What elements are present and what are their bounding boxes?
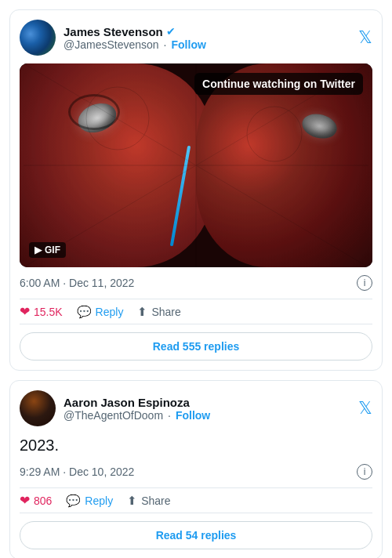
user-name-row-2: Aaron Jason Espinoza bbox=[64, 396, 210, 409]
user-name-2[interactable]: Aaron Jason Espinoza bbox=[64, 396, 190, 409]
like-button-1[interactable]: ❤ 15.5K bbox=[20, 304, 63, 319]
timestamp-row-1: 6:00 AM · Dec 11, 2022 i bbox=[20, 275, 372, 291]
user-name-row-1: James Stevenson ✔ bbox=[64, 25, 206, 38]
info-icon-2[interactable]: i bbox=[357, 464, 372, 480]
reply-button-1[interactable]: 💬 Reply bbox=[77, 305, 124, 319]
gif-badge-1: ▶ GIF bbox=[29, 242, 66, 258]
gif-label: GIF bbox=[45, 245, 60, 255]
share-button-1[interactable]: ⬆ Share bbox=[137, 305, 180, 319]
tweet-text-2: 2023. bbox=[20, 434, 372, 456]
follow-button-2[interactable]: Follow bbox=[176, 409, 210, 422]
reply-label-2: Reply bbox=[85, 495, 113, 507]
user-info-1: James Stevenson ✔ @JamesStevenson · Foll… bbox=[64, 25, 206, 51]
share-icon-2: ⬆ bbox=[127, 494, 137, 508]
heart-icon-2: ❤ bbox=[20, 493, 30, 508]
tweet-header-1: James Stevenson ✔ @JamesStevenson · Foll… bbox=[20, 20, 372, 56]
share-label-1: Share bbox=[151, 306, 180, 318]
timestamp-row-2: 9:29 AM · Dec 10, 2022 i bbox=[20, 464, 372, 480]
like-count-1: 15.5K bbox=[34, 306, 63, 318]
timestamp-2: 9:29 AM · Dec 10, 2022 bbox=[20, 466, 134, 478]
read-replies-button-2[interactable]: Read 54 replies bbox=[20, 521, 372, 549]
share-icon-1: ⬆ bbox=[137, 305, 147, 319]
dot-separator-1: · bbox=[164, 38, 167, 51]
like-count-2: 806 bbox=[34, 495, 52, 507]
avatar-image-2 bbox=[20, 390, 56, 426]
user-handle-row-2: @TheAgentOfDoom · Follow bbox=[64, 409, 210, 422]
read-replies-button-1[interactable]: Read 555 replies bbox=[20, 332, 372, 361]
user-handle-2: @TheAgentOfDoom bbox=[64, 409, 163, 422]
info-icon-1[interactable]: i bbox=[357, 275, 372, 291]
dot-separator-2: · bbox=[168, 409, 171, 422]
media-container-1[interactable]: Continue watching on Twitter ▶ GIF bbox=[20, 63, 372, 267]
twitter-logo-2: 𝕏 bbox=[358, 398, 372, 418]
user-handle-1: @JamesStevenson bbox=[64, 38, 159, 51]
tweet-card-2: Aaron Jason Espinoza @TheAgentOfDoom · F… bbox=[9, 380, 383, 558]
user-name-1[interactable]: James Stevenson bbox=[64, 25, 163, 38]
info-symbol-2: i bbox=[364, 466, 366, 477]
twitter-logo-1: 𝕏 bbox=[358, 27, 372, 48]
verified-icon-1: ✔ bbox=[166, 25, 176, 38]
share-button-2[interactable]: ⬆ Share bbox=[127, 494, 170, 508]
tweet-header-2: Aaron Jason Espinoza @TheAgentOfDoom · F… bbox=[20, 390, 372, 426]
tweet-header-left-1: James Stevenson ✔ @JamesStevenson · Foll… bbox=[20, 20, 206, 56]
info-symbol-1: i bbox=[364, 277, 366, 288]
timestamp-1: 6:00 AM · Dec 11, 2022 bbox=[20, 277, 134, 289]
user-handle-row-1: @JamesStevenson · Follow bbox=[64, 38, 206, 51]
tweet-card-1: James Stevenson ✔ @JamesStevenson · Foll… bbox=[9, 9, 383, 371]
follow-button-1[interactable]: Follow bbox=[172, 38, 206, 51]
svg-point-4 bbox=[86, 87, 149, 150]
heart-icon-1: ❤ bbox=[20, 304, 30, 319]
continue-watching-overlay[interactable]: Continue watching on Twitter bbox=[194, 73, 363, 95]
avatar-2[interactable] bbox=[20, 390, 56, 426]
svg-point-5 bbox=[247, 107, 302, 161]
share-label-2: Share bbox=[141, 495, 170, 507]
tweet-header-left-2: Aaron Jason Espinoza @TheAgentOfDoom · F… bbox=[20, 390, 210, 426]
reply-button-2[interactable]: 💬 Reply bbox=[66, 494, 113, 508]
actions-row-1: ❤ 15.5K 💬 Reply ⬆ Share bbox=[20, 299, 372, 324]
like-button-2[interactable]: ❤ 806 bbox=[20, 493, 52, 508]
play-icon-gif: ▶ bbox=[34, 245, 42, 255]
reply-icon-1: 💬 bbox=[77, 305, 92, 319]
reply-label-1: Reply bbox=[96, 306, 124, 318]
actions-row-2: ❤ 806 💬 Reply ⬆ Share bbox=[20, 487, 372, 513]
avatar-image-1 bbox=[20, 20, 56, 56]
user-info-2: Aaron Jason Espinoza @TheAgentOfDoom · F… bbox=[64, 396, 210, 422]
reply-icon-2: 💬 bbox=[66, 494, 81, 508]
avatar-1[interactable] bbox=[20, 20, 56, 56]
